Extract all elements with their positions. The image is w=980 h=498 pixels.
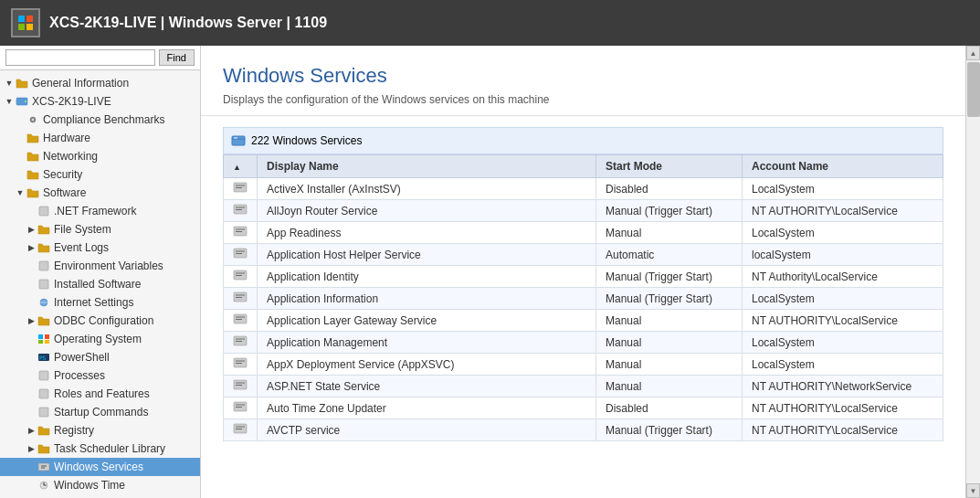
sidebar-item-filesystem[interactable]: ▶File System	[0, 220, 200, 238]
svg-rect-56	[234, 358, 247, 367]
row-start-mode: Disabled	[596, 397, 743, 419]
sidebar-item-general-info[interactable]: ▼General Information	[0, 74, 200, 92]
col-startmode-header[interactable]: Start Mode	[596, 155, 743, 178]
main-content: Windows Services Displays the configurat…	[201, 46, 965, 498]
expand-arrow-taskscheduler: ▶	[26, 443, 37, 454]
expand-arrow-security	[15, 169, 26, 180]
table-row[interactable]: ASP.NET State ServiceManualNT AUTHORITY\…	[224, 376, 943, 397]
outer-scrollbar: ▲ ▼	[965, 46, 980, 498]
app-icon	[11, 8, 40, 37]
sidebar-item-compliance[interactable]: Compliance Benchmarks	[0, 111, 200, 129]
section-icon	[231, 133, 246, 148]
sidebar-item-eventlogs[interactable]: ▶Event Logs	[0, 238, 200, 257]
expand-arrow-general-info: ▼	[4, 78, 15, 89]
folder-icon	[26, 185, 40, 200]
var-icon	[37, 259, 51, 273]
svg-rect-32	[234, 183, 247, 192]
table-row[interactable]: AllJoyn Router ServiceManual (Trigger St…	[224, 200, 943, 222]
row-start-mode: Manual	[596, 376, 743, 397]
svg-point-7	[32, 119, 34, 121]
row-account-name: LocalSystem	[743, 332, 943, 354]
sidebar-item-os[interactable]: Operating System	[0, 330, 200, 348]
sidebar: Find ▼General Information▼XCS-2K19-LIVEC…	[0, 46, 201, 498]
sidebar-item-networking[interactable]: Networking	[0, 147, 200, 165]
table-row[interactable]: ActiveX Installer (AxInstSV)DisabledLoca…	[224, 178, 943, 200]
sidebar-item-winrm[interactable]: WinRM Settings	[0, 494, 200, 498]
row-account-name: localSystem	[743, 244, 943, 266]
row-display-name: Application Host Helper Service	[258, 244, 596, 266]
sidebar-item-label-processes: Processes	[54, 369, 105, 382]
sidebar-item-taskscheduler[interactable]: ▶Task Scheduler Library	[0, 440, 200, 458]
sidebar-item-installedsoftware[interactable]: Installed Software	[0, 275, 200, 293]
sidebar-item-powershell[interactable]: PSPowerShell	[0, 348, 200, 366]
svg-rect-9	[39, 261, 48, 270]
sidebar-item-registry[interactable]: ▶Registry	[0, 421, 200, 440]
svg-rect-20	[39, 389, 48, 398]
table-row[interactable]: AppX Deployment Service (AppXSVC)ManualL…	[224, 354, 943, 376]
svg-text:PS: PS	[39, 355, 47, 361]
expand-arrow-filesystem: ▶	[26, 224, 37, 235]
sidebar-item-internetsettings[interactable]: Internet Settings	[0, 293, 200, 312]
table-row[interactable]: AVCTP serviceManual (Trigger Start)NT AU…	[224, 419, 943, 441]
table-row[interactable]: Auto Time Zone UpdaterDisabledNT AUTHORI…	[224, 397, 943, 419]
sidebar-item-xcs[interactable]: ▼XCS-2K19-LIVE	[0, 92, 200, 111]
header-title: XCS-2K19-LIVE | Windows Server | 1109	[49, 15, 327, 31]
sidebar-item-rolesfeatures[interactable]: Roles and Features	[0, 385, 200, 403]
sidebar-item-label-envvars: Environment Variables	[54, 260, 163, 272]
table-row[interactable]: Application Layer Gateway ServiceManualN…	[224, 310, 943, 332]
row-account-name: NT AUTHORITY\LocalService	[743, 419, 943, 441]
sidebar-item-label-general-info: General Information	[32, 77, 129, 90]
sidebar-item-label-compliance: Compliance Benchmarks	[43, 113, 164, 126]
table-row[interactable]: App ReadinessManualLocalSystem	[224, 222, 943, 244]
row-display-name: Application Management	[258, 332, 596, 354]
sidebar-item-envvars[interactable]: Environment Variables	[0, 257, 200, 275]
sidebar-item-wintime[interactable]: Windows Time	[0, 476, 200, 494]
row-icon-cell	[224, 332, 258, 354]
sidebar-item-label-powershell: PowerShell	[54, 351, 110, 364]
section-label: Windows Services	[272, 134, 362, 147]
sidebar-item-processes[interactable]: Processes	[0, 366, 200, 385]
scroll-down-arrow[interactable]: ▼	[966, 483, 980, 498]
ps-icon: PS	[37, 350, 51, 365]
table-row[interactable]: Application InformationManual (Trigger S…	[224, 288, 943, 310]
sidebar-item-label-internetsettings: Internet Settings	[54, 296, 133, 309]
row-account-name: LocalSystem	[743, 222, 943, 244]
svg-rect-41	[234, 249, 247, 258]
row-display-name: AVCTP service	[258, 419, 596, 441]
row-account-name: NT AUTHORITY\NetworkService	[743, 376, 943, 397]
sidebar-item-dotnet[interactable]: .NET Framework	[0, 202, 200, 220]
sidebar-item-odbc[interactable]: ▶ODBC Configuration	[0, 312, 200, 330]
svg-rect-35	[234, 205, 247, 214]
row-display-name: Auto Time Zone Updater	[258, 397, 596, 419]
sidebar-item-label-software: Software	[43, 186, 86, 199]
col-accountname-header[interactable]: Account Name	[743, 155, 943, 178]
col-displayname-header[interactable]: Display Name	[258, 155, 596, 178]
scroll-thumb[interactable]	[967, 62, 980, 117]
svg-rect-21	[39, 408, 48, 417]
windows-icon	[37, 332, 51, 346]
row-account-name: LocalSystem	[743, 178, 943, 200]
sidebar-item-software[interactable]: ▼Software	[0, 184, 200, 202]
row-icon-cell	[224, 310, 258, 332]
svg-rect-13	[38, 334, 43, 339]
expand-arrow-xcs: ▼	[4, 96, 15, 107]
row-display-name: AllJoyn Router Service	[258, 200, 596, 222]
find-button[interactable]: Find	[159, 49, 195, 66]
section-count: 222	[251, 134, 269, 147]
table-row[interactable]: Application ManagementManualLocalSystem	[224, 332, 943, 354]
table-row[interactable]: Application IdentityManual (Trigger Star…	[224, 266, 943, 288]
sidebar-item-hardware[interactable]: Hardware	[0, 129, 200, 147]
search-input[interactable]	[5, 49, 155, 66]
table-row[interactable]: Application Host Helper ServiceAutomatic…	[224, 244, 943, 266]
sidebar-item-label-os: Operating System	[54, 333, 142, 345]
svg-rect-31	[234, 138, 237, 139]
dotnet-icon	[37, 204, 51, 218]
sidebar-item-label-rolesfeatures: Roles and Features	[54, 387, 150, 400]
scroll-up-arrow[interactable]: ▲	[966, 46, 980, 60]
sidebar-item-startup[interactable]: Startup Commands	[0, 403, 200, 421]
sidebar-item-winservices[interactable]: Windows Services	[0, 458, 200, 476]
sidebar-item-label-dotnet: .NET Framework	[54, 205, 136, 217]
row-start-mode: Manual (Trigger Start)	[596, 200, 743, 222]
sidebar-item-security[interactable]: Security	[0, 165, 200, 184]
folder-icon	[37, 423, 51, 438]
